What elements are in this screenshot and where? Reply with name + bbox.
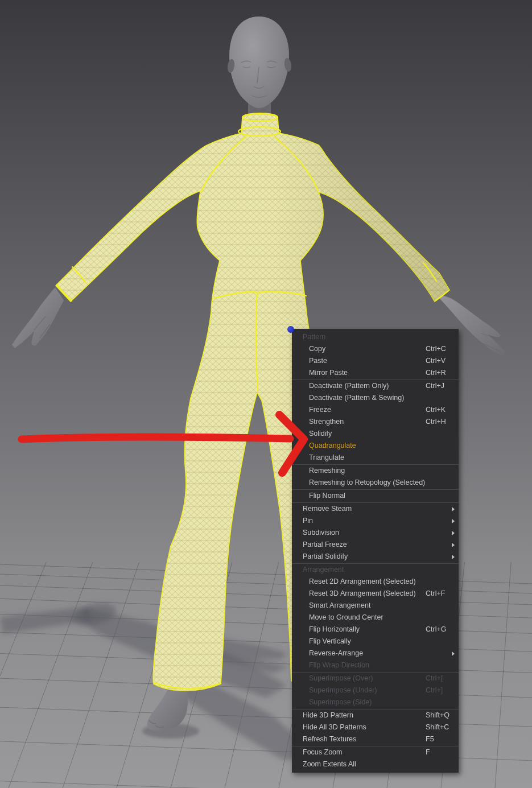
menu-item-label: Smart Arrangement <box>309 601 370 609</box>
submenu-arrow-icon <box>452 651 455 656</box>
menu-item-label: Superimpose (Under) <box>309 686 377 694</box>
menu-item-shortcut: Ctrl+F <box>426 588 445 600</box>
menu-item-deactivate-pattern-only[interactable]: Deactivate (Pattern Only)Ctrl+J <box>292 380 459 392</box>
menu-item-label: Pin <box>303 517 313 525</box>
menu-item-triangulate[interactable]: Triangulate <box>292 452 459 464</box>
menu-item-label: Remeshing to Retopology (Selected) <box>309 478 425 486</box>
menu-item-smart-arrangement[interactable]: Smart Arrangement <box>292 600 459 612</box>
menu-item-label: Pattern <box>303 333 325 341</box>
menu-item-label: Refresh Textures <box>303 735 356 743</box>
menu-item-label: Zoom Extents All <box>303 760 356 768</box>
menu-item-label: Deactivate (Pattern Only) <box>309 382 389 390</box>
menu-item-label: Hide 3D Pattern <box>303 711 353 719</box>
menu-item-remeshing[interactable]: Remeshing <box>292 465 459 477</box>
menu-item-shortcut: Ctrl+G <box>426 624 446 636</box>
menu-item-focus-zoom[interactable]: Focus ZoomF <box>292 746 459 758</box>
menu-item-shortcut: F5 <box>426 733 434 745</box>
menu-item-move-to-ground-center[interactable]: Move to Ground Center <box>292 612 459 624</box>
menu-item-label: Freeze <box>309 406 331 414</box>
submenu-arrow-icon <box>452 519 455 523</box>
menu-item-label: Flip Horizontally <box>309 625 360 633</box>
menu-item-label: Partial Solidify <box>303 552 348 560</box>
menu-item-shortcut: Ctrl+] <box>426 684 443 696</box>
menu-item-remove-steam[interactable]: Remove Steam <box>292 503 459 515</box>
menu-item-label: Mirror Paste <box>309 369 348 377</box>
menu-item-shortcut: Ctrl+R <box>426 367 446 379</box>
menu-item-label: Superimpose (Over) <box>309 674 373 682</box>
menu-item-flip-vertically[interactable]: Flip Vertically <box>292 636 459 647</box>
menu-item-label: Reverse-Arrange <box>309 649 363 657</box>
menu-item-reverse-arrange[interactable]: Reverse-Arrange <box>292 647 459 659</box>
menu-item-label: Deactivate (Pattern & Sewing) <box>309 394 404 402</box>
menu-item-superimpose-under: Superimpose (Under)Ctrl+] <box>292 684 459 696</box>
menu-item-paste[interactable]: PasteCtrl+V <box>292 355 459 367</box>
menu-item-label: Strengthen <box>309 418 344 426</box>
menu-item-label: Focus Zoom <box>303 748 342 756</box>
menu-item-label: Subdivision <box>303 529 339 537</box>
menu-item-label: Superimpose (Side) <box>309 698 372 706</box>
menu-item-shortcut: Ctrl+[ <box>426 673 443 684</box>
menu-item-label: Reset 3D Arrangement (Selected) <box>309 589 416 597</box>
menu-item-copy[interactable]: CopyCtrl+C <box>292 343 459 355</box>
menu-item-flip-normal[interactable]: Flip Normal <box>292 490 459 502</box>
menu-item-shortcut: Shift+C <box>426 721 449 733</box>
menu-item-shortcut: Ctrl+H <box>426 416 446 428</box>
menu-item-label: Flip Wrap Direction <box>309 661 369 669</box>
menu-item-label: Hide All 3D Patterns <box>303 723 366 731</box>
menu-item-hide-3d-pattern[interactable]: Hide 3D PatternShift+Q <box>292 709 459 721</box>
menu-item-refresh-textures[interactable]: Refresh TexturesF5 <box>292 733 459 745</box>
menu-item-label: Flip Vertically <box>309 637 351 645</box>
menu-item-partial-freeze[interactable]: Partial Freeze <box>292 539 459 551</box>
menu-item-label: Remeshing <box>309 467 345 475</box>
submenu-arrow-icon <box>452 507 455 511</box>
menu-item-shortcut: F <box>426 746 430 758</box>
context-menu: PatternCopyCtrl+CPasteCtrl+VMirror Paste… <box>292 329 459 773</box>
menu-item-label: Quadrangulate <box>309 442 356 449</box>
menu-item-quadrangulate[interactable]: Quadrangulate <box>292 440 459 452</box>
menu-item-strengthen[interactable]: StrengthenCtrl+H <box>292 416 459 428</box>
selection-marker-dot <box>287 326 294 333</box>
menu-item-solidify[interactable]: Solidify <box>292 428 459 440</box>
menu-item-label: Reset 2D Arrangement (Selected) <box>309 577 416 585</box>
app-window: PatternCopyCtrl+CPasteCtrl+VMirror Paste… <box>0 0 532 788</box>
menu-item-superimpose-over: Superimpose (Over)Ctrl+[ <box>292 673 459 684</box>
submenu-arrow-icon <box>452 543 455 547</box>
menu-item-label: Solidify <box>309 430 332 438</box>
menu-section-pattern: Pattern <box>292 331 459 343</box>
menu-item-label: Triangulate <box>309 453 344 461</box>
submenu-arrow-icon <box>452 531 455 535</box>
menu-item-freeze[interactable]: FreezeCtrl+K <box>292 404 459 416</box>
menu-item-shortcut: Shift+Q <box>426 709 449 721</box>
menu-item-partial-solidify[interactable]: Partial Solidify <box>292 551 459 563</box>
menu-item-zoom-extents-all[interactable]: Zoom Extents All <box>292 758 459 770</box>
menu-item-mirror-paste[interactable]: Mirror PasteCtrl+R <box>292 367 459 379</box>
menu-item-flip-horizontally[interactable]: Flip HorizontallyCtrl+G <box>292 624 459 636</box>
menu-item-pin[interactable]: Pin <box>292 515 459 527</box>
menu-item-label: Remove Steam <box>303 505 352 513</box>
menu-section-arrangement: Arrangement <box>292 564 459 576</box>
menu-item-shortcut: Ctrl+C <box>426 343 446 355</box>
submenu-arrow-icon <box>452 555 455 559</box>
menu-item-superimpose-side: Superimpose (Side) <box>292 696 459 708</box>
menu-item-label: Move to Ground Center <box>309 613 383 621</box>
menu-item-reset-2d-arrangement[interactable]: Reset 2D Arrangement (Selected) <box>292 576 459 588</box>
menu-item-hide-all-3d-patterns[interactable]: Hide All 3D PatternsShift+C <box>292 721 459 733</box>
menu-item-label: Partial Freeze <box>303 541 347 548</box>
menu-item-deactivate-pattern-sewing[interactable]: Deactivate (Pattern & Sewing) <box>292 392 459 404</box>
menu-item-subdivision[interactable]: Subdivision <box>292 527 459 539</box>
menu-item-label: Arrangement <box>303 566 344 574</box>
menu-item-flip-wrap-direction: Flip Wrap Direction <box>292 659 459 671</box>
menu-item-shortcut: Ctrl+V <box>426 355 446 367</box>
menu-item-shortcut: Ctrl+J <box>426 380 444 392</box>
menu-item-shortcut: Ctrl+K <box>426 404 446 416</box>
menu-item-label: Flip Normal <box>309 492 345 500</box>
menu-item-remeshing-to-retopology[interactable]: Remeshing to Retopology (Selected) <box>292 477 459 489</box>
menu-item-label: Copy <box>309 345 325 353</box>
menu-item-reset-3d-arrangement[interactable]: Reset 3D Arrangement (Selected)Ctrl+F <box>292 588 459 600</box>
menu-item-label: Paste <box>309 357 327 365</box>
